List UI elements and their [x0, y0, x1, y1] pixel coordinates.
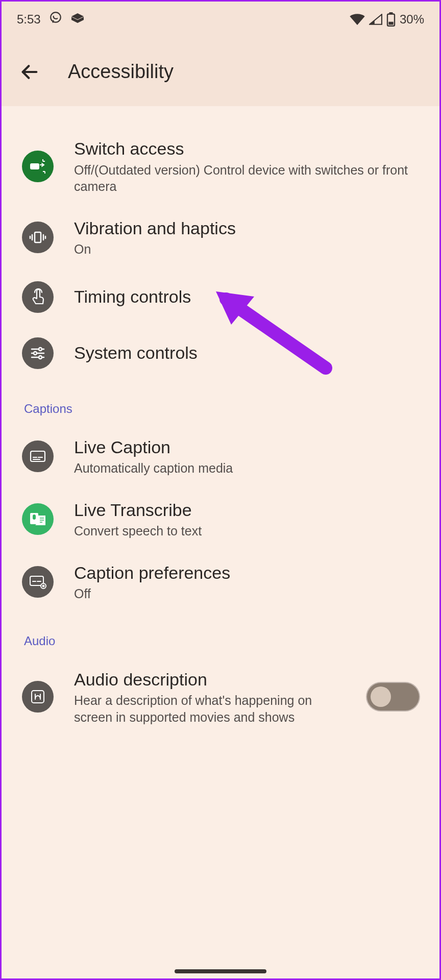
navigation-handle[interactable]: [175, 969, 266, 973]
signal-icon: [369, 14, 382, 25]
svg-rect-5: [35, 232, 41, 242]
svg-rect-4: [30, 163, 39, 169]
item-vibration-haptics[interactable]: Vibration and haptics On: [2, 206, 439, 269]
svg-rect-15: [32, 691, 44, 703]
svg-point-6: [39, 348, 42, 351]
item-system-controls[interactable]: System controls: [2, 325, 439, 381]
wifi-icon: [350, 14, 365, 25]
tune-icon: [22, 337, 54, 369]
item-live-caption[interactable]: Live Caption Automatically caption media: [2, 425, 439, 488]
transcribe-icon: [22, 503, 54, 535]
item-title: Vibration and haptics: [74, 217, 419, 239]
page-title: Accessibility: [68, 61, 174, 83]
switch-access-icon: [22, 151, 54, 182]
item-title: Live Caption: [74, 436, 419, 458]
svg-point-14: [43, 585, 44, 587]
item-audio-description[interactable]: Audio description Hear a description of …: [2, 657, 439, 737]
svg-point-8: [39, 356, 42, 359]
section-header-audio: Audio: [2, 614, 439, 657]
svg-rect-11: [33, 514, 36, 520]
item-live-transcribe[interactable]: Live Transcribe Convert speech to text: [2, 488, 439, 551]
item-subtitle: Hear a description of what's happening o…: [74, 692, 340, 725]
caption-settings-icon: [22, 566, 54, 598]
svg-rect-2: [389, 12, 393, 14]
touch-icon: [22, 281, 54, 313]
item-timing-controls[interactable]: Timing controls: [2, 269, 439, 325]
status-time: 5:53: [17, 12, 41, 27]
item-subtitle: Off: [74, 585, 419, 602]
item-title: System controls: [74, 342, 419, 364]
item-subtitle: On: [74, 241, 419, 258]
item-title: Audio description: [74, 669, 340, 691]
item-switch-access[interactable]: Switch access Off/(Outdated version) Con…: [2, 127, 439, 206]
status-bar: 5:53 30%: [2, 2, 439, 37]
item-subtitle: Convert speech to text: [74, 523, 419, 540]
app-header: Accessibility: [2, 37, 439, 106]
section-header-captions: Captions: [2, 381, 439, 425]
vibration-icon: [22, 222, 54, 253]
item-subtitle: Off/(Outdated version) Control device wi…: [74, 162, 419, 195]
package-icon: [70, 12, 85, 27]
battery-percent: 30%: [400, 12, 424, 27]
svg-point-7: [34, 352, 37, 355]
item-title: Switch access: [74, 138, 419, 160]
svg-rect-3: [388, 22, 393, 25]
item-title: Caption preferences: [74, 562, 419, 584]
whatsapp-icon: [49, 11, 62, 28]
battery-icon: [386, 12, 396, 27]
item-subtitle: Automatically caption media: [74, 460, 419, 477]
toggle-knob: [371, 687, 391, 707]
audio-description-icon: [22, 681, 54, 713]
audio-description-toggle[interactable]: [367, 683, 419, 710]
back-button[interactable]: [17, 59, 42, 85]
svg-point-0: [51, 12, 61, 22]
item-caption-preferences[interactable]: Caption preferences Off: [2, 551, 439, 614]
item-title: Timing controls: [74, 286, 419, 308]
item-title: Live Transcribe: [74, 499, 419, 521]
settings-list: Switch access Off/(Outdated version) Con…: [2, 106, 439, 737]
caption-icon: [22, 440, 54, 472]
